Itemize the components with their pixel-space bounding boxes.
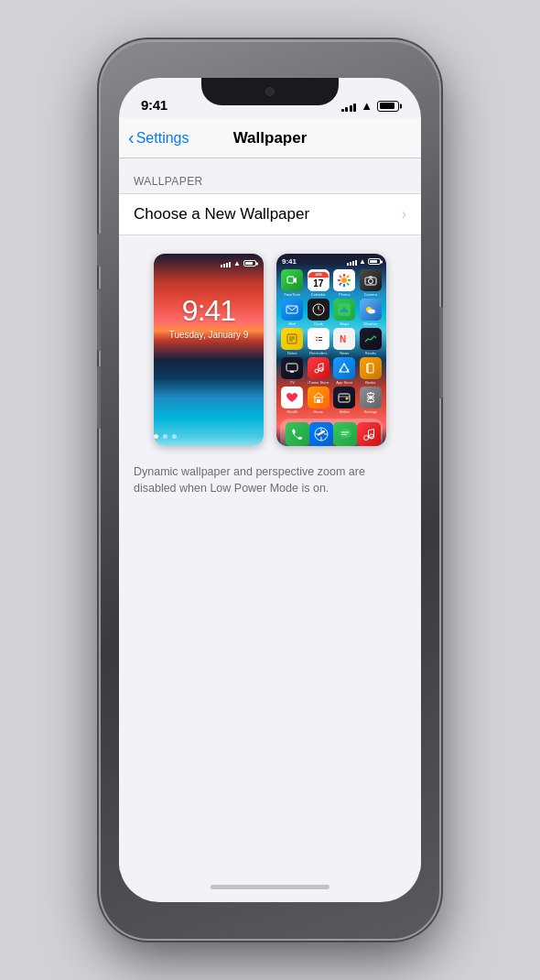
home-dock [280,419,383,446]
svg-line-10 [340,276,341,278]
navigation-bar: ‹ Settings Wallpaper [119,118,421,158]
power-button [439,307,443,398]
lock-signal-icon [221,260,231,267]
svg-rect-45 [317,399,320,403]
app-row-1: FaceTime JAN 17 Calendar [280,269,383,297]
svg-rect-47 [339,396,350,397]
svg-point-27 [316,340,318,342]
row-chevron-icon: › [402,206,406,223]
choose-wallpaper-label: Choose a New Wallpaper [134,205,402,223]
signal-icon [341,101,357,112]
mail-app: Mail [280,299,304,326]
wifi-icon: ▲ [361,99,373,113]
settings-content: WALLPAPER Choose a New Wallpaper › [119,158,421,871]
wallpaper-preview-section: ▲ 9:41 Tuesday, January 9 [119,235,421,455]
svg-point-2 [341,278,347,283]
home-indicator[interactable] [119,871,421,902]
home-time: 9:41 [282,257,297,266]
volume-up-button [97,289,101,351]
weather-app: Weather [359,299,383,326]
lock-wallpaper-image: ▲ 9:41 Tuesday, January 9 [154,254,264,446]
back-chevron-icon: ‹ [128,128,135,147]
svg-text:N: N [340,334,346,344]
lock-time: 9:41 [182,294,235,328]
svg-line-64 [369,430,374,431]
battery-fill [380,103,394,109]
clock-app: Clock [307,299,330,326]
lock-wifi-icon: ▲ [233,259,241,267]
svg-rect-31 [286,364,297,371]
itunes-app: iTunes Store [307,357,330,385]
notes-app: Notes [280,328,304,355]
home-signal-icon [347,258,357,266]
svg-rect-24 [314,334,323,343]
svg-point-25 [316,337,318,339]
dock-phone [286,422,309,446]
camera-sensor [265,87,275,96]
facetime-app: FaceTime [280,269,304,297]
home-indicator-bar [211,885,329,889]
svg-line-6 [347,283,349,285]
dock-music [357,422,381,446]
svg-rect-43 [366,364,369,373]
calendar-app: JAN 17 Calendar [307,269,330,297]
svg-point-49 [369,396,373,399]
svg-point-19 [368,310,375,314]
settings-app: Settings [359,387,383,414]
svg-point-57 [339,429,351,439]
home-app-grid: FaceTime JAN 17 Calendar [276,267,386,416]
svg-line-8 [340,283,341,285]
health-app: Health [280,387,304,414]
home-wifi-icon: ▲ [359,257,366,266]
app-row-3: Notes Reminders [280,328,383,355]
lock-screen-preview[interactable]: ▲ 9:41 Tuesday, January 9 [154,254,264,446]
home-status-icons: ▲ [347,257,381,266]
books-app: Books [359,357,383,385]
dock-messages [333,422,357,446]
svg-point-12 [368,279,373,284]
camera-app: Camera [359,269,383,297]
footer-note: Dynamic wallpaper and perspective zoom a… [119,455,421,509]
page-title: Wallpaper [233,129,308,147]
maps-app: Maps [332,299,356,326]
appstore-app: App Store [332,357,356,385]
stocks-app: Stocks [359,328,383,355]
battery-icon [377,101,399,112]
home-status-bar: 9:41 ▲ [276,254,386,267]
tv-app: TV [280,357,304,385]
photos-app: Photos [332,269,356,297]
phone-screen: 9:41 ▲ ‹ Settings Wallpaper [119,78,421,902]
svg-line-38 [319,364,323,365]
app-row-2: Mail Clock [280,299,383,326]
dock-safari [309,422,333,446]
svg-line-16 [319,310,321,310]
home-screen-preview[interactable]: 9:41 ▲ [276,254,386,446]
lock-status-icons: ▲ [221,259,256,267]
phone-shell: 9:41 ▲ ‹ Settings Wallpaper [101,41,439,939]
choose-wallpaper-row[interactable]: Choose a New Wallpaper › [119,193,421,235]
lock-date: Tuesday, January 9 [169,330,249,340]
lock-status-bar: ▲ [154,257,264,269]
volume-down-button [97,366,101,429]
app-row-5: Health Home [280,387,383,414]
wallet-app: Wallet [332,387,356,414]
status-icons: ▲ [341,99,399,113]
svg-point-34 [315,369,319,373]
lock-battery-icon [243,260,256,267]
back-label: Settings [136,130,189,147]
mute-button [97,234,101,267]
news-app: N News [332,328,356,355]
svg-line-4 [347,276,349,278]
home-wallpaper-image: 9:41 ▲ [276,254,386,446]
notch [201,78,339,105]
section-header: WALLPAPER [119,158,421,193]
back-button[interactable]: ‹ Settings [128,129,189,147]
svg-point-60 [364,436,369,441]
svg-point-48 [346,397,349,400]
lock-dots [154,434,177,439]
status-time: 9:41 [141,97,167,113]
home-app-icon-wrapper: Home [307,387,330,414]
reminders-app: Reminders [307,328,330,355]
svg-rect-0 [287,277,294,283]
home-battery-icon [368,258,381,265]
